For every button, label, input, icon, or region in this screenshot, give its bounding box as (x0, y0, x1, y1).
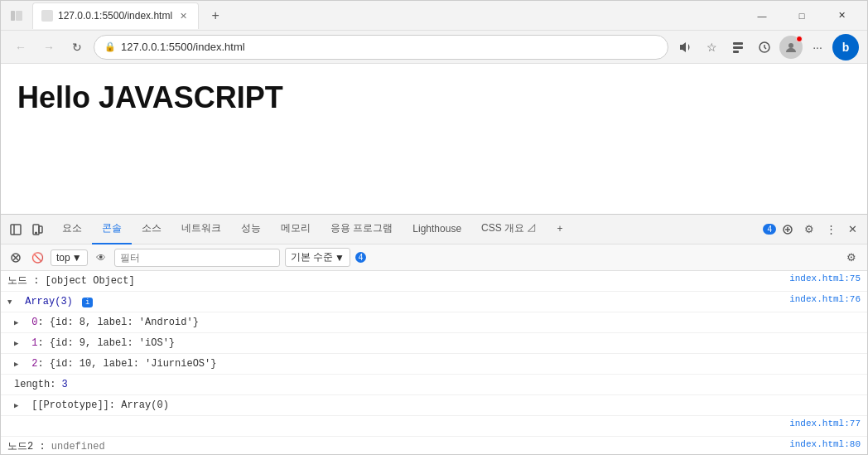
tab-elements[interactable]: 요소 (52, 215, 92, 244)
browser-window: 127.0.0.1:5500/index.html ✕ + — □ ✕ ← → … (0, 0, 868, 455)
console-row: [[Prototype]]: Array(0) (1, 395, 867, 416)
expand-arrow[interactable] (14, 336, 24, 351)
minimize-button[interactable]: — (743, 1, 781, 31)
tab-css-overview[interactable]: CSS 개요 ⊿ (471, 215, 547, 244)
console-entry-text: [[Prototype]]: Array(0) (14, 398, 861, 413)
console-row: 노드 : [object Object] index.html:75 (1, 271, 867, 292)
tab-lighthouse[interactable]: Lighthouse (403, 215, 471, 244)
svg-point-11 (36, 232, 37, 234)
maximize-button[interactable]: □ (783, 1, 821, 31)
page-content: Hello JAVASCRIPT (1, 64, 867, 214)
devtools-settings-button[interactable]: ⚙ (799, 220, 819, 240)
console-entry-text: 1: {id: 9, label: 'iOS'} (14, 336, 861, 351)
tab-memory[interactable]: 메모리 (271, 215, 321, 244)
console-eye-button[interactable]: 👁 (93, 249, 109, 266)
context-label: top (56, 252, 70, 264)
read-aloud-button[interactable] (673, 36, 697, 59)
svg-rect-3 (733, 46, 743, 49)
log-level-label: 기본 수준 (291, 250, 333, 264)
title-bar: 127.0.0.1:5500/index.html ✕ + — □ ✕ (1, 1, 867, 31)
page-heading: Hello JAVASCRIPT (17, 80, 851, 115)
nav-right-controls: ☆ ··· b (673, 34, 859, 61)
devtools-toolbar: 요소 콘솔 소스 네트워크 성능 메모리 응용 프로그램 Lighthouse … (1, 215, 867, 244)
back-button[interactable]: ← (9, 36, 32, 59)
navigation-bar: ← → ↻ 🔒 127.0.0.1:5500/index.html ☆ ··· … (1, 31, 867, 64)
devtools-close-button[interactable]: ✕ (842, 220, 862, 240)
console-entry-text: 2: {id: 10, label: 'JiurnieOS'} (14, 356, 861, 371)
source-link[interactable]: index.html:75 (773, 273, 861, 283)
svg-rect-7 (11, 225, 21, 235)
source-link[interactable]: index.html:77 (773, 419, 861, 428)
console-clear-button[interactable] (7, 249, 24, 266)
tab-network[interactable]: 네트워크 (171, 215, 231, 244)
tab-favicon (41, 10, 53, 22)
expand-arrow[interactable] (7, 294, 17, 309)
console-filter-button[interactable]: 🚫 (29, 249, 46, 266)
browser-tab[interactable]: 127.0.0.1:5500/index.html ✕ (32, 2, 199, 29)
svg-rect-0 (11, 11, 15, 21)
collections-button[interactable] (726, 36, 750, 59)
profile-button[interactable] (779, 36, 803, 59)
address-bar[interactable]: 🔒 127.0.0.1:5500/index.html (94, 35, 668, 60)
svg-point-6 (788, 43, 793, 48)
expand-arrow[interactable] (14, 315, 24, 330)
devtools-dock-button[interactable] (778, 220, 798, 240)
console-entry-text (7, 419, 773, 433)
console-filter-input[interactable] (114, 249, 280, 267)
new-tab-button[interactable]: + (205, 6, 225, 26)
console-row: index.html:77 (1, 416, 867, 437)
console-toolbar: 🚫 top ▼ 👁 기본 수준 ▼ 4 ⚙ (1, 244, 867, 271)
tab-close-button[interactable]: ✕ (177, 10, 190, 22)
console-row: length: 3 (1, 375, 867, 395)
console-row: 2: {id: 10, label: 'JiurnieOS'} (1, 354, 867, 375)
console-settings-button[interactable]: ⚙ (842, 249, 861, 267)
console-output: 노드 : [object Object] index.html:75 Array… (1, 271, 867, 454)
browser-essentials-button[interactable] (753, 36, 776, 59)
tab-application[interactable]: 응용 프로그램 (321, 215, 403, 244)
tab-performance[interactable]: 성능 (231, 215, 271, 244)
close-button[interactable]: ✕ (822, 1, 861, 31)
devtools-inspect-button[interactable] (6, 220, 26, 240)
console-entry-text: length: 3 (14, 377, 861, 392)
console-entry-text: 노드2 : undefined (7, 439, 773, 454)
sidebar-toggle-button[interactable] (7, 7, 26, 25)
tab-console[interactable]: 콘솔 (92, 215, 132, 244)
forward-button[interactable]: → (37, 36, 60, 59)
lock-icon: 🔒 (104, 41, 116, 52)
expand-arrow[interactable] (14, 356, 24, 371)
devtools-device-button[interactable] (27, 220, 47, 240)
source-link[interactable]: index.html:76 (773, 294, 861, 304)
settings-menu-button[interactable]: ··· (806, 36, 829, 59)
tab-sources[interactable]: 소스 (132, 215, 171, 244)
tab-title: 127.0.0.1:5500/index.html (58, 10, 172, 22)
tab-add[interactable]: + (547, 215, 572, 244)
profile-notification-dot (796, 36, 803, 42)
console-row: 노드2 : undefined index.html:80 (1, 437, 867, 454)
console-entry-text: Array(3) i (7, 294, 773, 309)
console-badge: 4 (355, 252, 367, 263)
console-row: 1: {id: 9, label: 'iOS'} (1, 333, 867, 354)
favorites-button[interactable]: ☆ (700, 36, 723, 59)
window-controls: — □ ✕ (743, 1, 861, 31)
svg-rect-2 (733, 42, 743, 45)
devtools-right-icons: 4 ⚙ ⋮ ✕ (758, 220, 867, 240)
source-link[interactable]: index.html:80 (773, 439, 861, 449)
bing-button[interactable]: b (832, 34, 859, 61)
log-level-selector[interactable]: 기본 수준 ▼ (285, 248, 350, 267)
context-dropdown-icon: ▼ (72, 252, 82, 264)
console-row: Array(3) i index.html:76 (1, 292, 867, 312)
error-badge: 4 (763, 224, 776, 235)
svg-rect-10 (39, 226, 42, 233)
expand-arrow[interactable] (14, 398, 24, 413)
log-level-dropdown-icon: ▼ (335, 252, 345, 264)
svg-rect-1 (16, 11, 22, 21)
context-selector[interactable]: top ▼ (51, 249, 88, 266)
devtools-left-icons (1, 220, 52, 240)
refresh-button[interactable]: ↻ (65, 36, 89, 59)
console-entry-text: 0: {id: 8, label: 'Android'} (14, 315, 861, 330)
console-row: 0: {id: 8, label: 'Android'} (1, 312, 867, 333)
svg-rect-4 (733, 51, 739, 53)
title-bar-left (7, 7, 26, 25)
url-text: 127.0.0.1:5500/index.html (121, 41, 658, 53)
devtools-more-button[interactable]: ⋮ (821, 220, 841, 240)
